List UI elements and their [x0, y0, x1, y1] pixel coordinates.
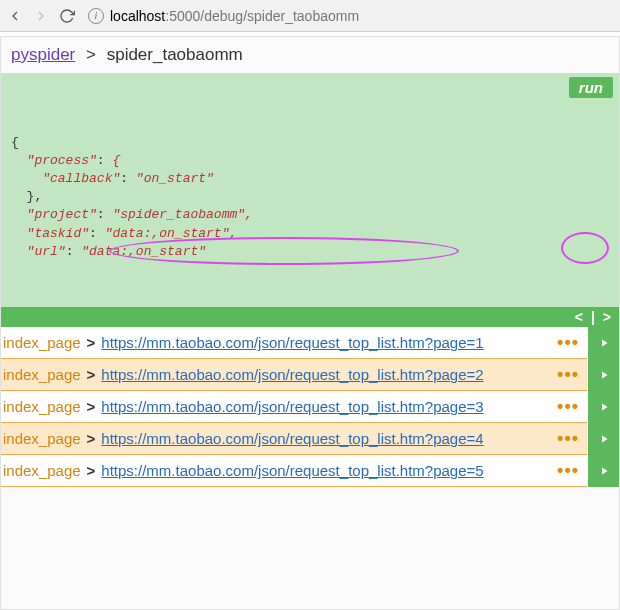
play-button[interactable] — [587, 455, 619, 487]
request-url-link[interactable]: https://mm.taobao.com/json/request_top_l… — [101, 398, 483, 415]
json-body: { "process": { "callback": "on_start" },… — [11, 134, 609, 261]
request-url-link[interactable]: https://mm.taobao.com/json/request_top_l… — [101, 334, 483, 351]
callback-name: index_page — [3, 430, 81, 447]
app-content: pyspider > spider_taobaomm run { "proces… — [0, 36, 620, 610]
run-button[interactable]: run — [569, 77, 613, 98]
row-text: index_page>https://mm.taobao.com/json/re… — [1, 462, 549, 479]
play-button[interactable] — [587, 423, 619, 455]
row-separator: > — [87, 430, 96, 447]
request-url-link[interactable]: https://mm.taobao.com/json/request_top_l… — [101, 462, 483, 479]
address-bar[interactable]: i localhost:5000/debug/spider_taobaomm — [84, 8, 614, 24]
task-json-panel: run { "process": { "callback": "on_start… — [1, 73, 619, 307]
pager: < | > — [1, 307, 619, 327]
more-button[interactable]: ••• — [549, 332, 587, 353]
more-button[interactable]: ••• — [549, 428, 587, 449]
callback-name: index_page — [3, 398, 81, 415]
more-button[interactable]: ••• — [549, 460, 587, 481]
callback-name: index_page — [3, 366, 81, 383]
play-button[interactable] — [587, 359, 619, 391]
breadcrumb: pyspider > spider_taobaomm — [1, 37, 619, 73]
row-separator: > — [87, 398, 96, 415]
breadcrumb-home-link[interactable]: pyspider — [11, 45, 75, 64]
pager-prev[interactable]: < — [567, 309, 591, 325]
url-text: localhost:5000/debug/spider_taobaomm — [110, 8, 359, 24]
request-row: index_page>https://mm.taobao.com/json/re… — [1, 423, 619, 455]
request-row: index_page>https://mm.taobao.com/json/re… — [1, 391, 619, 423]
callback-name: index_page — [3, 334, 81, 351]
request-row: index_page>https://mm.taobao.com/json/re… — [1, 327, 619, 359]
request-row: index_page>https://mm.taobao.com/json/re… — [1, 359, 619, 391]
row-separator: > — [87, 334, 96, 351]
request-url-link[interactable]: https://mm.taobao.com/json/request_top_l… — [101, 430, 483, 447]
request-row: index_page>https://mm.taobao.com/json/re… — [1, 455, 619, 487]
request-url-link[interactable]: https://mm.taobao.com/json/request_top_l… — [101, 366, 483, 383]
row-text: index_page>https://mm.taobao.com/json/re… — [1, 398, 549, 415]
back-button[interactable] — [6, 7, 24, 25]
browser-toolbar: i localhost:5000/debug/spider_taobaomm — [0, 0, 620, 32]
breadcrumb-separator: > — [86, 45, 96, 64]
pager-next[interactable]: > — [595, 309, 619, 325]
reload-button[interactable] — [58, 7, 76, 25]
more-button[interactable]: ••• — [549, 396, 587, 417]
play-button[interactable] — [587, 391, 619, 423]
more-button[interactable]: ••• — [549, 364, 587, 385]
row-text: index_page>https://mm.taobao.com/json/re… — [1, 366, 549, 383]
forward-button[interactable] — [32, 7, 50, 25]
request-list: index_page>https://mm.taobao.com/json/re… — [1, 327, 619, 487]
callback-name: index_page — [3, 462, 81, 479]
row-text: index_page>https://mm.taobao.com/json/re… — [1, 334, 549, 351]
site-info-icon[interactable]: i — [88, 8, 104, 24]
row-separator: > — [87, 366, 96, 383]
row-separator: > — [87, 462, 96, 479]
breadcrumb-project: spider_taobaomm — [107, 45, 243, 64]
play-button[interactable] — [587, 327, 619, 359]
row-text: index_page>https://mm.taobao.com/json/re… — [1, 430, 549, 447]
